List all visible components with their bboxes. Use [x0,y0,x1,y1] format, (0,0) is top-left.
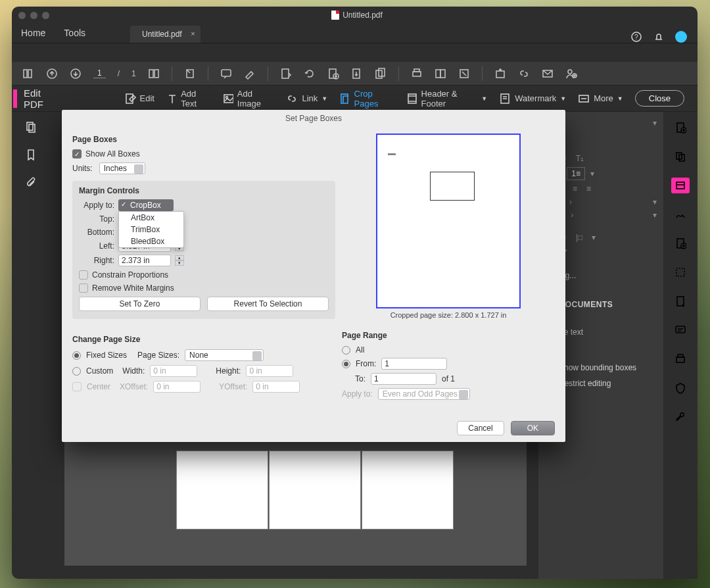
header-footer-button[interactable]: Header & Footer ▼ [406,89,487,109]
page-total: 1 [131,69,136,78]
dropdown-option-bleedbox[interactable]: BleedBox [119,235,183,247]
bottom-label: Bottom: [79,228,114,237]
combine-icon[interactable] [435,68,446,80]
avatar[interactable] [675,31,687,43]
link-button[interactable]: Link ▼ [286,93,327,105]
bell-icon[interactable] [653,31,665,43]
edit-button[interactable]: Edit [124,93,154,105]
link-tool-icon[interactable] [518,68,530,80]
two-page-icon[interactable] [148,68,160,80]
to-input[interactable]: 1 [371,373,437,385]
sign-icon[interactable] [671,207,690,222]
edit-pdf-toolbar: Edit PDF Edit Add Text Add Image Link ▼ … [12,86,698,112]
stamp-icon[interactable] [458,68,470,80]
traffic-close-icon[interactable] [18,12,26,19]
cancel-button[interactable]: Cancel [457,421,504,435]
protect-icon[interactable] [671,380,690,396]
arrow-down-circle-icon[interactable] [70,68,82,80]
dialog-title: Set Page Boxes [62,110,565,127]
comment-icon[interactable] [220,68,232,80]
send-comments-icon[interactable] [671,293,690,309]
page-thumbnail[interactable] [176,451,268,529]
subscript-icon[interactable]: T₁ [576,154,584,163]
align-right-icon[interactable]: ≡ [573,184,577,193]
remove-white-checkbox[interactable] [79,283,88,293]
combine-icon[interactable] [671,149,690,164]
insert-page-icon[interactable] [327,68,339,80]
apply-to-select[interactable]: CropBox [118,199,174,211]
crop-pages-button[interactable]: Crop Pages [339,89,394,109]
copy-page-icon[interactable] [375,68,387,80]
print-icon[interactable] [411,68,423,80]
close-button[interactable]: Close [635,90,684,107]
comment-tool-icon[interactable] [671,322,690,338]
units-select[interactable]: Inches [99,162,145,174]
traffic-max-icon[interactable] [42,12,49,19]
email-icon[interactable] [542,68,554,80]
fixed-sizes-label: Fixed Sizes [86,351,127,360]
edit-pdf-icon[interactable] [671,178,690,193]
help-icon[interactable]: ? [630,31,642,43]
attachment-icon[interactable] [25,176,37,188]
add-user-icon[interactable] [565,68,577,80]
more-tools-icon[interactable] [671,409,690,425]
xoffset-label: XOffset: [120,382,148,391]
height-input[interactable]: 0 in [246,365,293,377]
svg-point-22 [568,70,572,74]
cropped-size-label: Cropped page size: 2.800 x 1.727 in [342,311,555,319]
ok-button[interactable]: OK [511,421,555,435]
create-pdf-icon[interactable] [671,120,690,135]
thumbnails-icon[interactable] [25,121,37,133]
show-bounding-label: Show bounding boxes [559,363,636,372]
add-image-button[interactable]: Add Image [223,89,275,109]
crop-rect[interactable] [430,172,475,201]
set-to-zero-button[interactable]: Set To Zero [79,297,201,311]
revert-button[interactable]: Revert To Selection [207,297,329,311]
quick-toolbar: 1 / 1 [12,62,698,86]
width-input[interactable]: 0 in [150,365,197,377]
change-page-size-heading: Change Page Size [72,335,335,344]
svg-rect-17 [436,70,440,78]
right-input[interactable]: 2.373 in [118,255,171,266]
svg-rect-32 [29,124,35,132]
watermark-button[interactable]: Watermark ▼ [499,93,566,105]
list-number-icon[interactable]: 1≡ [567,167,585,180]
page-sep: / [118,69,120,78]
align-obj-icon[interactable]: |□ [576,233,582,242]
page-sizes-select[interactable]: None [185,349,264,361]
rotate-icon[interactable] [304,68,316,80]
all-radio[interactable] [342,346,350,355]
from-input[interactable]: 1 [381,358,447,370]
bookmark-icon[interactable] [25,149,37,160]
more-button[interactable]: More ▼ [578,93,623,105]
fixed-sizes-radio[interactable] [72,351,81,360]
page-thumbnail[interactable] [362,451,454,529]
from-radio[interactable] [342,360,350,368]
sidebar-toggle-icon[interactable] [22,68,34,80]
page-thumbnail[interactable] [269,451,361,529]
page-current[interactable]: 1 [93,68,106,78]
to-label: To: [355,374,366,383]
document-tab[interactable]: Untitled.pdf × [130,26,201,43]
extract-icon[interactable] [351,68,363,80]
dropdown-option-artbox[interactable]: ArtBox [119,212,183,224]
dropdown-option-trimbox[interactable]: TrimBox [119,224,183,235]
select-icon[interactable] [184,68,196,80]
page-nav-icon[interactable] [280,68,292,80]
scan-icon[interactable] [671,351,690,367]
organize-icon[interactable] [671,264,690,280]
traffic-min-icon[interactable] [30,12,37,19]
right-stepper[interactable]: ▴▾ [175,255,184,266]
custom-radio[interactable] [72,367,81,376]
page-sizes-label: Page Sizes: [137,351,179,360]
close-icon[interactable]: × [191,30,195,37]
show-all-checkbox[interactable]: ✓ [72,149,82,159]
add-text-button[interactable]: Add Text [166,89,211,109]
margin-controls-heading: Margin Controls [79,186,329,195]
constrain-checkbox[interactable] [79,270,88,280]
share-icon[interactable] [494,68,506,80]
highlight-icon[interactable] [244,68,256,80]
export-icon[interactable] [671,235,690,251]
arrow-up-circle-icon[interactable] [46,68,58,80]
align-justify-icon[interactable]: ≡ [586,184,591,193]
